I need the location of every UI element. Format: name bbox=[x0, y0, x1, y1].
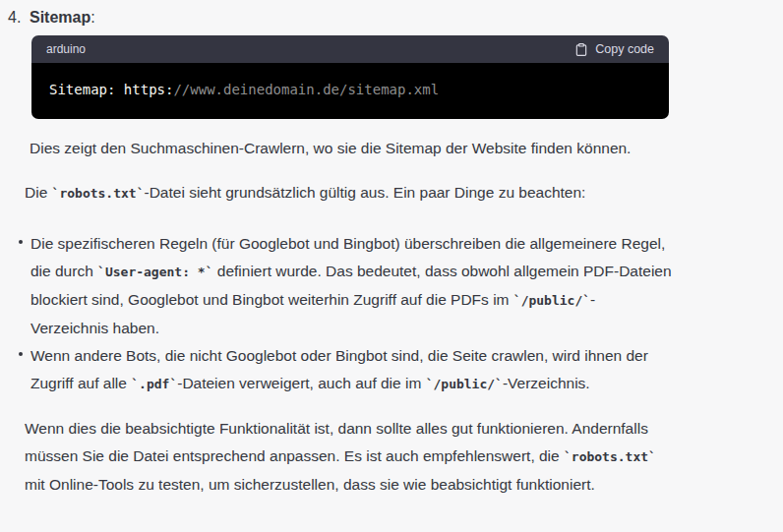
ordered-list-number: 4. bbox=[8, 7, 30, 28]
inline-code: `User-agent: *` bbox=[97, 265, 212, 279]
list-item-title: Sitemap: bbox=[30, 7, 95, 28]
code-block: arduino Copy code Sitemap: https://www.d… bbox=[31, 35, 669, 119]
clipboard-icon bbox=[574, 42, 588, 57]
copy-code-button[interactable]: Copy code bbox=[574, 35, 654, 63]
code-language-label: arduino bbox=[46, 35, 86, 63]
list-item-title-suffix: : bbox=[90, 9, 94, 26]
code-text-segment: Sitemap: https: bbox=[49, 82, 173, 97]
paragraph-sitemap-explanation: Dies zeigt den Suchmaschinen-Crawlern, w… bbox=[30, 135, 679, 162]
bullet-list: Die spezifischeren Regeln (für Googlebot… bbox=[30, 230, 672, 398]
paragraph-robots-validity: Die `robots.txt`-Datei sieht grundsätzli… bbox=[25, 179, 674, 207]
paragraph-conclusion: Wenn dies die beabsichtigte Funktionalit… bbox=[25, 415, 674, 499]
code-content: Sitemap: https://www.deinedomain.de/site… bbox=[31, 63, 669, 119]
code-block-header: arduino Copy code bbox=[31, 35, 669, 63]
inline-code: `/public/` bbox=[513, 293, 590, 308]
inline-code: `.pdf` bbox=[131, 377, 177, 391]
list-item-other-bots: Wenn andere Bots, die nicht Googlebot od… bbox=[30, 342, 672, 398]
list-item-specific-rules: Die spezifischeren Regeln (für Googlebot… bbox=[30, 230, 672, 342]
copy-code-label: Copy code bbox=[595, 35, 654, 63]
inline-code: `robots.txt` bbox=[52, 186, 145, 201]
list-item-title-text: Sitemap bbox=[30, 9, 90, 26]
inline-code: `robots.txt` bbox=[564, 449, 656, 464]
list-item-heading: 4. Sitemap: bbox=[8, 7, 783, 28]
code-comment-segment: //www.deinedomain.de/sitemap.xml bbox=[173, 82, 439, 97]
inline-code: `/public/` bbox=[426, 377, 503, 391]
chat-message: 4. Sitemap: arduino Copy code Sitemap: h… bbox=[0, 7, 783, 532]
